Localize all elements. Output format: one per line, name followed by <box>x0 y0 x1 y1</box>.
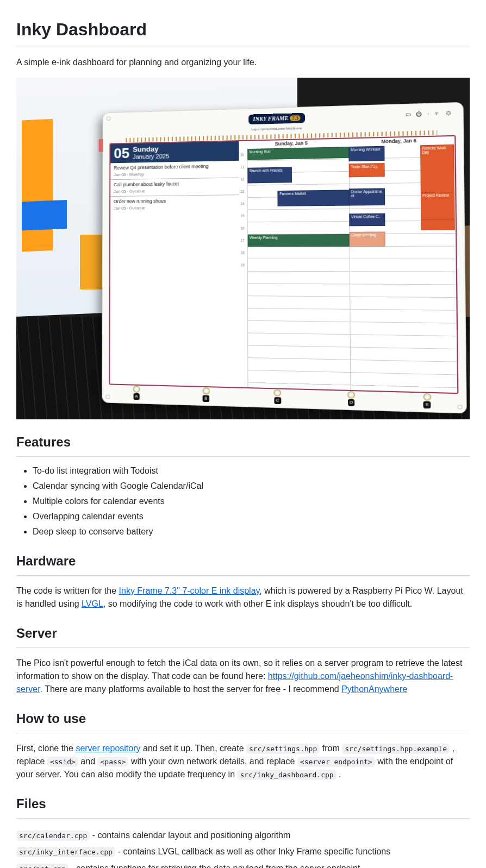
calendar-event: Farmers Market <box>278 190 350 206</box>
todo-item: Call plumber about leaky faucetJan 05 · … <box>111 177 240 196</box>
hardware-button: A <box>133 386 140 400</box>
server-heading: Server <box>16 624 470 648</box>
hero-image: ▭ ⏻ · ᯤ ⚙ INKY FRAME7.3 https://pimoroni… <box>16 78 470 419</box>
calendar-event: Doctor Appointme nt <box>350 188 385 205</box>
hardware-button: C <box>274 389 282 405</box>
calendar-event: Project Review <box>421 192 456 220</box>
page-title: Inky Dashboard <box>16 16 470 47</box>
code-inline: src/net.cpp <box>16 864 68 868</box>
features-list: To-do list integration with Todoist Cale… <box>16 464 470 538</box>
inky-frame-link[interactable]: Inky Frame 7.3" 7-color E ink display <box>119 586 260 595</box>
calendar-event: Morning Workout <box>349 146 384 161</box>
hardware-button: D <box>347 391 356 406</box>
calendar-event: Weekly Planning <box>248 234 350 246</box>
server-repository-link[interactable]: server repository <box>76 744 140 753</box>
todo-list: Review Q4 presentation before client mee… <box>111 161 240 213</box>
pythonanywhere-link[interactable]: PythonAnywhere <box>341 684 407 694</box>
todo-item: Review Q4 presentation before client mee… <box>111 161 240 179</box>
eink-screen: 05 SundayJanuary 2025 Review Q4 presenta… <box>109 135 459 394</box>
calendar-event: Morning Run <box>248 146 349 159</box>
code-inline: src/settings.hpp.example <box>342 744 450 754</box>
calendar-event: Virtual Coffee C.. <box>350 213 385 226</box>
list-item: To-do list integration with Todoist <box>33 464 470 477</box>
code-inline: src/inky_interface.cpp <box>16 847 115 857</box>
list-item: Overlapping calendar events <box>33 510 470 523</box>
todo-item: Order new running shoesJan 05 · Overdue <box>111 194 240 213</box>
howto-heading: How to use <box>16 709 470 733</box>
hardware-heading: Hardware <box>16 551 470 576</box>
server-paragraph: The Pico isn't powerful enough to fetch … <box>16 657 470 696</box>
calendar-event: Brunch with Friends <box>248 167 292 183</box>
howto-paragraph: First, clone the server repository and s… <box>16 742 470 781</box>
list-item: Deep sleep to conserve battery <box>33 525 470 538</box>
hardware-button: E <box>423 393 431 408</box>
calendar-event: Client Meeting <box>350 231 385 247</box>
subtitle: A simple e-ink dashboard for planning an… <box>16 56 470 69</box>
code-inline: src/inky_dashboard.cpp <box>237 770 336 780</box>
hardware-button: B <box>203 387 210 402</box>
lvgl-link[interactable]: LVGL <box>82 599 103 608</box>
files-heading: Files <box>16 794 470 819</box>
code-inline: src/settings.hpp <box>246 744 320 754</box>
code-inline: src/calendar.cpp <box>16 831 90 841</box>
code-inline: <pass> <box>97 757 128 767</box>
list-item: Multiple colors for calendar events <box>33 495 470 508</box>
date-header: 05 SundayJanuary 2025 <box>111 141 240 163</box>
code-inline: <server endpoint> <box>297 757 375 767</box>
features-heading: Features <box>16 432 470 457</box>
calendar-event: Team Stand Up <box>349 162 384 177</box>
code-inline: <ssid> <box>47 757 78 767</box>
hardware-paragraph: The code is written for the Inky Frame 7… <box>16 584 470 611</box>
files-paragraph: src/calendar.cpp - contains calendar lay… <box>16 827 470 868</box>
inky-frame-device: ▭ ⏻ · ᯤ ⚙ INKY FRAME7.3 https://pimoroni… <box>102 102 467 414</box>
list-item: Calendar syncing with Google Calendar/iC… <box>33 480 470 493</box>
